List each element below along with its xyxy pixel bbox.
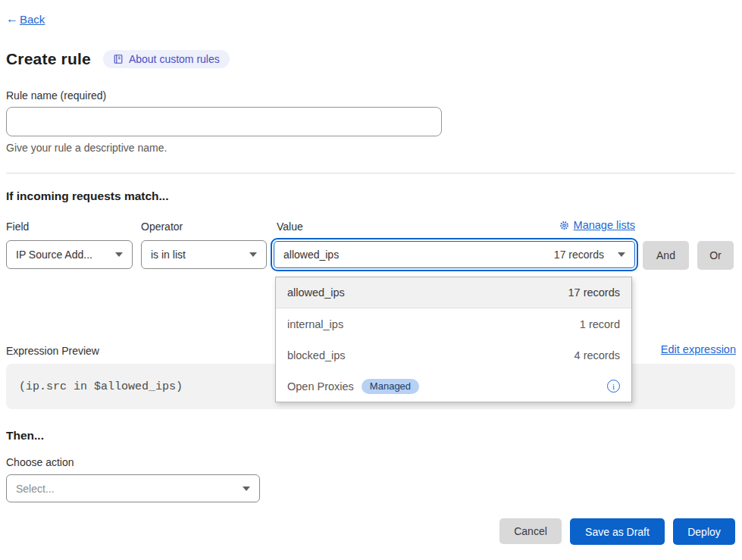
chevron-down-icon [115,252,123,257]
list-name: Open Proxies [287,380,354,393]
footer-actions: Cancel Save as Draft Deploy [0,518,735,545]
list-records: 1 record [580,318,620,330]
about-custom-rules-link[interactable]: About custom rules [103,50,230,68]
manage-lists-label: Manage lists [574,219,635,231]
list-name: allowed_ips [287,286,345,299]
list-name: blocked_ips [287,349,346,361]
dropdown-item-internal-ips[interactable]: internal_ips 1 record [276,308,631,339]
back-arrow-icon: ← [6,12,18,26]
action-select-placeholder: Select... [16,483,55,495]
page-title: Create rule [6,50,91,68]
back-label: Back [20,13,45,26]
value-select[interactable]: allowed_ips 17 records [271,238,638,271]
rule-name-input[interactable] [6,107,442,136]
or-button[interactable]: Or [697,241,734,270]
value-dropdown-panel: allowed_ips 17 records internal_ips 1 re… [275,277,632,402]
list-records: 4 records [575,349,620,361]
section-divider [6,173,735,174]
match-section-heading: If incoming requests match... [6,189,168,203]
book-icon [113,54,124,64]
value-select-value: allowed_ips [283,249,339,261]
rule-name-helper: Give your rule a descriptive name. [6,142,167,154]
value-label: Value [277,221,303,233]
operator-select-value: is in list [151,249,186,261]
expression-preview-label: Expression Preview [6,345,99,357]
then-heading: Then... [6,429,44,443]
manage-lists-link[interactable]: Manage lists [559,219,635,231]
operator-select[interactable]: is in list [141,240,267,269]
create-rule-page: ←Back Create rule About custom rules Rul… [0,0,742,560]
list-records: 17 records [568,286,620,299]
and-button[interactable]: And [643,241,689,270]
expression-code: (ip.src in $allowed_ips) [19,380,183,393]
chevron-down-icon [243,486,250,491]
dropdown-item-blocked-ips[interactable]: blocked_ips 4 records [276,339,631,371]
field-select-value: IP Source Add... [16,249,92,261]
value-select-records: 17 records [554,249,604,261]
dropdown-item-open-proxies[interactable]: Open Proxies Managed i [276,371,631,402]
choose-action-label: Choose action [6,456,74,468]
deploy-button[interactable]: Deploy [673,518,735,545]
field-select[interactable]: IP Source Add... [6,240,133,269]
value-select-inner: allowed_ips 17 records [274,241,635,268]
cancel-button[interactable]: Cancel [499,518,562,544]
info-icon[interactable]: i [607,380,620,393]
save-as-draft-button[interactable]: Save as Draft [570,518,665,545]
edit-expression-link[interactable]: Edit expression [661,343,736,355]
operator-label: Operator [141,221,183,233]
title-row: Create rule About custom rules [6,50,230,68]
managed-badge: Managed [362,379,419,394]
chevron-down-icon [249,252,257,257]
field-label: Field [6,221,29,233]
rule-name-label: Rule name (required) [6,89,106,102]
action-select[interactable]: Select... [6,474,260,502]
list-name: internal_ips [287,318,343,330]
back-link[interactable]: ←Back [6,12,45,26]
about-badge-label: About custom rules [129,53,220,65]
chevron-down-icon [618,252,625,257]
dropdown-item-allowed-ips[interactable]: allowed_ips 17 records [276,277,631,308]
gear-icon [559,221,569,230]
